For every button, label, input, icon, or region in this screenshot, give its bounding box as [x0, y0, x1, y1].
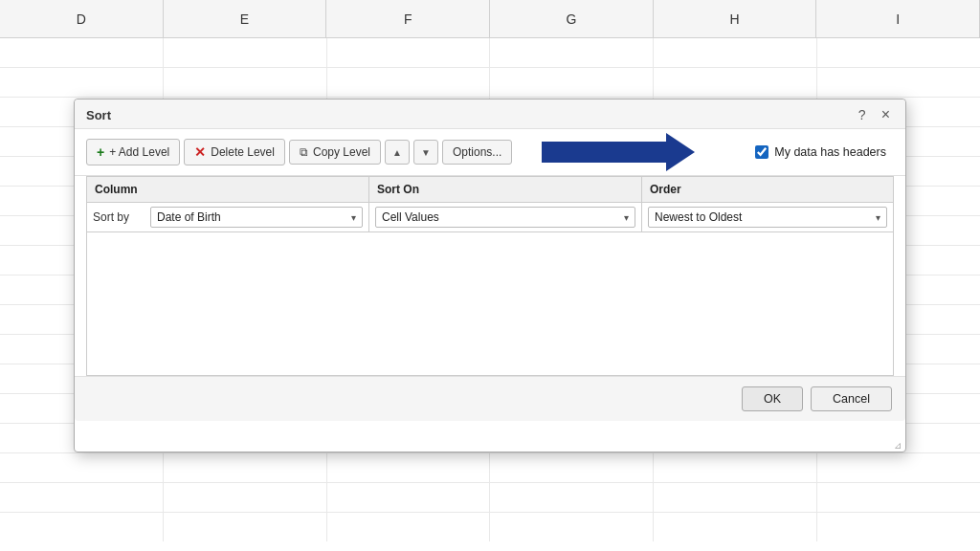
up-arrow-icon: ▲	[392, 147, 402, 158]
delete-icon: ✕	[194, 144, 206, 160]
copy-icon: ⧉	[300, 145, 308, 159]
order-select-value: Newest to Oldest	[655, 210, 742, 224]
column-header: Column	[87, 177, 369, 202]
copy-level-button[interactable]: ⧉ Copy Level	[289, 140, 381, 165]
delete-level-button[interactable]: ✕ Delete Level	[184, 139, 285, 165]
add-level-button[interactable]: + + Add Level	[86, 139, 180, 165]
sort-on-select[interactable]: Cell Values ▾	[375, 207, 635, 228]
add-level-label: + Add Level	[109, 145, 169, 159]
dialog-titlebar: Sort ? ×	[75, 99, 905, 129]
move-down-button[interactable]: ▼	[413, 140, 438, 165]
order-cell: Newest to Oldest ▾	[642, 203, 893, 231]
sort-row-1: Sort by Date of Birth ▾ Cell Values ▾	[86, 202, 894, 232]
annotation-arrow	[542, 133, 695, 171]
spreadsheet: D E F G H I (function() { const grid = d…	[0, 0, 980, 551]
sort-dialog: Sort ? × + + Add Level ✕ Delete Level ⧉	[74, 99, 906, 452]
my-data-headers-area[interactable]: My data has headers	[755, 145, 886, 159]
dialog-footer: OK Cancel	[75, 376, 905, 421]
ok-button[interactable]: OK	[742, 386, 803, 411]
dialog-overlay: Sort ? × + + Add Level ✕ Delete Level ⧉	[0, 0, 980, 551]
order-select-chevron: ▾	[876, 212, 880, 223]
dialog-title: Sort	[86, 108, 111, 122]
arrow-head	[666, 133, 695, 171]
down-arrow-icon: ▼	[421, 147, 431, 158]
delete-level-label: Delete Level	[211, 145, 275, 159]
resize-handle[interactable]: ⊿	[894, 440, 903, 450]
sort-on-header: Sort On	[369, 177, 642, 202]
sort-by-label: Sort by	[93, 210, 150, 224]
column-select-chevron: ▾	[351, 212, 356, 223]
sort-empty-area	[86, 232, 894, 376]
order-select[interactable]: Newest to Oldest ▾	[648, 207, 887, 228]
copy-level-label: Copy Level	[313, 145, 370, 159]
sort-table: Column Sort On Order Sort by Date of Bir…	[75, 176, 905, 376]
arrow-body	[542, 142, 666, 163]
dialog-toolbar: + + Add Level ✕ Delete Level ⧉ Copy Leve…	[75, 129, 905, 176]
add-icon: +	[97, 144, 104, 160]
column-select[interactable]: Date of Birth ▾	[150, 207, 363, 228]
move-up-button[interactable]: ▲	[385, 140, 410, 165]
help-button[interactable]: ?	[855, 107, 870, 122]
sort-on-select-chevron: ▾	[624, 212, 629, 223]
options-button[interactable]: Options...	[442, 140, 512, 165]
sort-on-cell: Cell Values ▾	[369, 203, 642, 231]
options-label: Options...	[453, 145, 501, 159]
my-data-headers-checkbox[interactable]	[755, 145, 768, 159]
order-header: Order	[642, 177, 893, 202]
dialog-controls: ? ×	[855, 107, 894, 122]
sort-on-select-value: Cell Values	[382, 210, 439, 224]
cancel-button[interactable]: Cancel	[811, 386, 892, 411]
column-cell: Sort by Date of Birth ▾	[87, 203, 369, 231]
close-button[interactable]: ×	[878, 107, 894, 122]
column-select-value: Date of Birth	[157, 210, 221, 224]
my-data-headers-label[interactable]: My data has headers	[774, 145, 886, 159]
sort-header-row: Column Sort On Order	[86, 176, 894, 202]
